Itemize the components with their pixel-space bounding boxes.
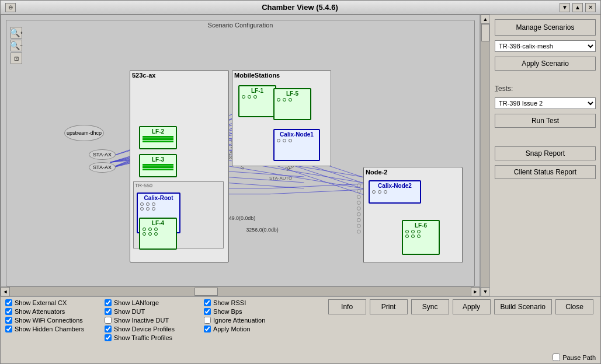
lf1-dots xyxy=(241,94,274,100)
mobile-stations-box: MobileStations LF-1 Calix-Node1 xyxy=(232,70,331,166)
show-traffic-profiles-label: Show Traffic Profiles xyxy=(114,334,172,341)
action-buttons: Info Print Sync Apply Build Scenario Clo… xyxy=(328,299,596,314)
apply-motion-checkbox[interactable] xyxy=(204,326,211,332)
apply-button[interactable]: Apply xyxy=(453,299,491,314)
scenario-config-label: Scenario Configuration xyxy=(206,22,276,29)
pause-path-checkbox[interactable] xyxy=(553,354,560,361)
minimize-button[interactable]: ▼ xyxy=(560,3,570,12)
scroll-left-button[interactable]: ◄ xyxy=(1,287,10,296)
lf5-device[interactable]: LF-5 xyxy=(273,88,311,120)
test-dropdown[interactable]: TR-398 Issue 2 xyxy=(495,97,596,109)
lf6-label: LF-6 xyxy=(404,222,437,229)
pause-path-label: Pause Path xyxy=(562,354,596,361)
show-bps-row: Show Bps xyxy=(204,308,303,315)
print-button[interactable]: Print xyxy=(370,299,408,314)
node2-label: Node-2 xyxy=(364,167,462,177)
window-title: Chamber View (5.4.6) xyxy=(40,3,560,12)
show-external-cx-row: Show External CX xyxy=(5,299,105,306)
calix-root-label: Calix-Root xyxy=(139,195,178,201)
lf3-bars xyxy=(141,163,175,172)
calix-root-dots xyxy=(139,201,178,212)
show-traffic-profiles-checkbox[interactable] xyxy=(105,334,112,341)
tests-label: Tests: xyxy=(495,85,596,93)
show-external-cx-checkbox[interactable] xyxy=(5,299,12,306)
show-device-profiles-label: Show Device Profiles xyxy=(114,326,175,332)
canvas-area[interactable]: Scenario Configuration 🔍+ 🔍− ⊡ xyxy=(1,15,480,287)
scroll-down-button[interactable]: ▼ xyxy=(481,287,490,296)
restore-button[interactable]: ▲ xyxy=(572,3,583,12)
close-window-button[interactable]: ✕ xyxy=(585,3,596,12)
lf6-device[interactable]: LF-6 xyxy=(402,220,440,255)
show-wifi-connections-row: Show WiFi Connections xyxy=(5,317,105,324)
lf1-device[interactable]: LF-1 xyxy=(238,85,276,117)
show-dut-checkbox[interactable] xyxy=(105,308,112,315)
scroll-right-button[interactable]: ► xyxy=(471,287,480,296)
build-scenario-button[interactable]: Build Scenario xyxy=(494,299,552,314)
show-device-profiles-checkbox[interactable] xyxy=(105,326,112,332)
main-window: ⊖ Chamber View (5.4.6) ▼ ▲ ✕ Scenario Co… xyxy=(0,0,601,364)
node1-device[interactable]: Calix-Node1 xyxy=(273,129,320,161)
show-dut-row: Show DUT xyxy=(105,308,204,315)
scroll-up-button[interactable]: ▲ xyxy=(481,15,490,24)
sync-button[interactable]: Sync xyxy=(411,299,449,314)
lf3-device[interactable]: LF-3 xyxy=(139,154,177,177)
zoom-out-button[interactable]: 🔍− xyxy=(11,40,22,51)
lf6-dots xyxy=(404,229,437,239)
show-inactive-dut-row: Show Inactive DUT xyxy=(105,317,204,324)
horizontal-scrollbar: ◄ ► xyxy=(1,287,480,296)
scenario-dropdown[interactable]: TR-398-calix-mesh xyxy=(495,40,596,52)
show-attenuators-label: Show Attenuators xyxy=(15,308,65,315)
zoom-controls: 🔍+ 🔍− ⊡ xyxy=(11,27,22,64)
show-dut-label: Show DUT xyxy=(114,308,145,315)
v-scrollbar-thumb[interactable] xyxy=(481,24,489,41)
show-bps-label: Show Bps xyxy=(213,308,242,315)
main-content: Scenario Configuration 🔍+ 🔍− ⊡ xyxy=(1,15,600,296)
apply-scenario-button[interactable]: Apply Scenario xyxy=(495,57,596,71)
show-lanforge-label: Show LANforge xyxy=(114,299,159,306)
client-status-button[interactable]: Client Status Report xyxy=(495,165,596,179)
info-button[interactable]: Info xyxy=(328,299,366,314)
show-device-profiles-row: Show Device Profiles xyxy=(105,326,204,332)
show-bps-checkbox[interactable] xyxy=(204,308,211,315)
tests-underline: Tests: xyxy=(495,85,513,93)
scrollbar-thumb[interactable] xyxy=(194,288,218,296)
test-dropdown-row: TR-398 Issue 2 xyxy=(495,97,596,109)
checkboxes-col3: Show RSSI Show Bps Ignore Attenuation Ap… xyxy=(204,299,303,361)
show-rssi-checkbox[interactable] xyxy=(204,299,211,306)
show-inactive-dut-checkbox[interactable] xyxy=(105,317,112,324)
snap-report-button[interactable]: Snap Report xyxy=(495,146,596,160)
run-test-button[interactable]: Run Test xyxy=(495,114,596,128)
bottom-panel: Show External CX Show Attenuators Show W… xyxy=(1,296,600,363)
upstream-dhcp-node: upstream-dhcp xyxy=(64,125,104,141)
checkboxes-col1: Show External CX Show Attenuators Show W… xyxy=(5,299,105,361)
lf4-device[interactable]: LF-4 xyxy=(139,218,177,250)
show-wifi-connections-label: Show WiFi Connections xyxy=(15,317,83,324)
ignore-attenuation-checkbox[interactable] xyxy=(204,317,211,324)
show-wifi-connections-checkbox[interactable] xyxy=(5,317,12,324)
523c-ax-box: 523c-ax LF-2 LF-3 xyxy=(130,70,229,262)
system-menu-button[interactable]: ⊖ xyxy=(5,3,16,12)
show-rssi-row: Show RSSI xyxy=(204,299,303,306)
show-attenuators-checkbox[interactable] xyxy=(5,308,12,315)
show-hidden-chambers-checkbox[interactable] xyxy=(5,326,12,332)
left-panel: Scenario Configuration 🔍+ 🔍− ⊡ xyxy=(1,15,480,296)
sta-ax-node-2: STA-AX xyxy=(89,162,116,173)
scrollbar-track[interactable] xyxy=(10,287,471,296)
zoom-in-button[interactable]: 🔍+ xyxy=(11,27,22,38)
523c-ax-label: 523c-ax xyxy=(130,71,228,80)
show-lanforge-checkbox[interactable] xyxy=(105,299,112,306)
zoom-fit-button[interactable]: ⊡ xyxy=(11,52,22,64)
manage-scenarios-button[interactable]: Manage Scenarios xyxy=(495,19,596,36)
checkboxes-col2: Show LANforge Show DUT Show Inactive DUT… xyxy=(105,299,204,361)
show-inactive-dut-label: Show Inactive DUT xyxy=(114,317,169,324)
v-scrollbar-track[interactable] xyxy=(481,24,489,287)
bottom-controls: Show External CX Show Attenuators Show W… xyxy=(1,297,600,363)
calix-node2-device[interactable]: Calix-Node2 xyxy=(369,180,421,204)
show-attenuators-row: Show Attenuators xyxy=(5,308,105,315)
lf3-label: LF-3 xyxy=(141,156,175,163)
show-lanforge-row: Show LANforge xyxy=(105,299,204,306)
node1-dots xyxy=(276,138,318,144)
lf2-device[interactable]: LF-2 xyxy=(139,126,177,149)
close-button[interactable]: Close xyxy=(555,299,593,314)
ignore-attenuation-row: Ignore Attenuation xyxy=(204,317,303,324)
